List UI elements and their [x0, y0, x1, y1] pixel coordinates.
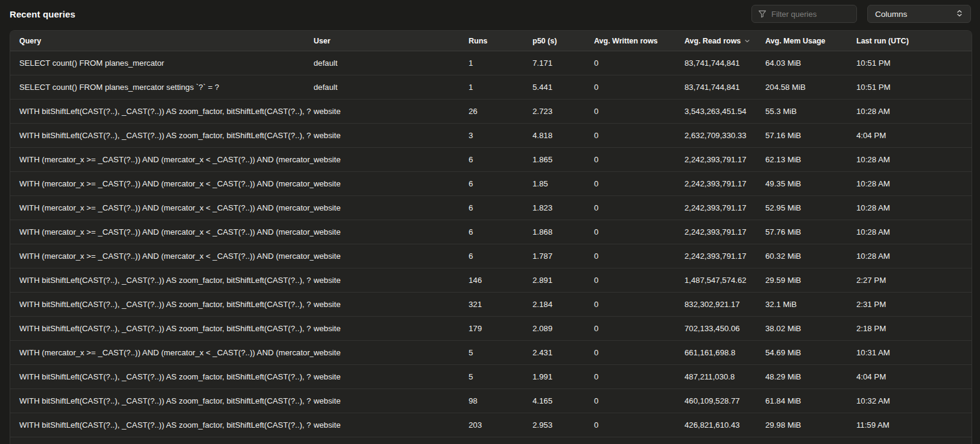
column-header-last_run[interactable]: Last run (UTC): [856, 31, 972, 51]
table-row[interactable]: WITH bitShiftLeft(CAST(?..), _CAST(?..))…: [10, 124, 972, 148]
cell-query: WITH bitShiftLeft(CAST(?..), _CAST(?..))…: [10, 268, 314, 293]
table-row[interactable]: SELECT count() FROM planes_mercator sett…: [10, 75, 972, 100]
cell-last_run: 10:31 AM: [856, 341, 972, 365]
cell-avg_read: 2,632,709,330.33: [684, 124, 765, 148]
table-row[interactable]: WITH (mercator_x >= _CAST(?..)) AND (mer…: [10, 341, 972, 365]
cell-query: WITH (mercator_x >= _CAST(?..)) AND (mer…: [10, 196, 314, 220]
column-header-user[interactable]: User: [314, 31, 469, 51]
table-row[interactable]: WITH bitShiftLeft(CAST(?..), _CAST(?..))…: [10, 100, 972, 124]
cell-avg_mem: 60.32 MiB: [765, 244, 856, 268]
table-row[interactable]: WITH (mercator_x >= _CAST(?..)) AND (mer…: [10, 172, 972, 196]
cell-avg_mem: 48.29 MiB: [765, 365, 856, 389]
cell-last_run: 2:31 PM: [856, 293, 972, 317]
cell-query: WITH bitShiftLeft(CAST(?..), _CAST(?..))…: [10, 100, 314, 124]
cell-last_run: 10:28 AM: [856, 100, 972, 124]
cell-query: WITH bitShiftLeft(CAST(?..), _CAST(?..))…: [10, 365, 314, 389]
table-row[interactable]: WITH bitShiftLeft(CAST(?..), _CAST(?..))…: [10, 293, 972, 317]
cell-avg_mem: 54.69 MiB: [765, 341, 856, 365]
cell-avg_read: 460,109,528.77: [684, 389, 765, 413]
filter-queries-box[interactable]: [751, 5, 857, 23]
cell-avg_written: 0: [594, 75, 684, 100]
cell-runs: 6: [469, 148, 533, 172]
table-row[interactable]: WITH bitShiftLeft(CAST(?..), _CAST(?..))…: [10, 413, 972, 437]
cell-avg_read: 487,211,030.8: [684, 365, 765, 389]
column-header-runs[interactable]: Runs: [469, 31, 533, 51]
cell-last_run: 10:28 AM: [856, 244, 972, 268]
table-row[interactable]: WITH bitShiftLeft(CAST(?..), _CAST(?..))…: [10, 365, 972, 389]
cell-p50: 5.441: [533, 75, 594, 100]
cell-runs: 3: [469, 124, 533, 148]
cell-avg_written: 0: [594, 172, 684, 196]
toolbar-controls: Columns: [751, 5, 971, 23]
cell-avg_mem: 29.59 MiB: [765, 268, 856, 293]
table-row[interactable]: WITH (mercator_x >= _CAST(?..)) AND (mer…: [10, 196, 972, 220]
cell-p50: 2.891: [533, 268, 594, 293]
cell-avg_written: 0: [594, 293, 684, 317]
cell-avg_mem: 49.35 MiB: [765, 172, 856, 196]
cell-query: WITH (mercator_x >= _CAST(?..)) AND (mer…: [10, 341, 314, 365]
cell-avg_written: 0: [594, 365, 684, 389]
cell-runs: 179: [469, 317, 533, 341]
table-row[interactable]: WITH (mercator_x >= _CAST(?..)) AND (mer…: [10, 244, 972, 268]
column-header-label: Avg. Mem Usage: [765, 37, 826, 45]
table-row[interactable]: WITH bitShiftLeft(CAST(?..), _CAST(?..))…: [10, 268, 972, 293]
cell-last_run: 10:28 AM: [856, 196, 972, 220]
cell-runs: 26: [469, 100, 533, 124]
cell-avg_mem: 32.1 MiB: [765, 293, 856, 317]
cell-p50: 2.953: [533, 413, 594, 437]
cell-runs: 203: [469, 413, 533, 437]
top-bar: Recent queries Columns: [0, 0, 980, 28]
cell-avg_read: 2,242,393,791.17: [684, 196, 765, 220]
column-header-p50[interactable]: p50 (s): [533, 31, 594, 51]
cell-query: WITH bitShiftLeft(CAST(?..), _CAST(?..))…: [10, 389, 314, 413]
table-row-partial[interactable]: [10, 437, 972, 444]
column-header-label: User: [314, 37, 330, 45]
cell-avg_mem: 57.16 MiB: [765, 124, 856, 148]
cell-runs: 146: [469, 268, 533, 293]
cell-p50: 1.991: [533, 365, 594, 389]
cell-avg_written: 0: [594, 317, 684, 341]
cell-avg_written: 0: [594, 196, 684, 220]
column-header-query[interactable]: Query: [10, 31, 314, 51]
cell-avg_read: 1,487,547,574.62: [684, 268, 765, 293]
cell-avg_read: 702,133,450.06: [684, 317, 765, 341]
table-row[interactable]: WITH bitShiftLeft(CAST(?..), _CAST(?..))…: [10, 317, 972, 341]
cell-query: SELECT count() FROM planes_mercator sett…: [10, 75, 314, 100]
column-header-label: Runs: [469, 37, 487, 45]
column-header-label: Avg. Read rows: [684, 37, 741, 45]
column-header-avg_mem[interactable]: Avg. Mem Usage: [765, 31, 856, 51]
sort-desc-chevron-icon: [744, 36, 750, 45]
column-header-avg_written[interactable]: Avg. Written rows: [594, 31, 684, 51]
cell-p50: 1.85: [533, 172, 594, 196]
cell-p50: 4.818: [533, 124, 594, 148]
cell-runs: 6: [469, 196, 533, 220]
cell-user: website: [314, 124, 469, 148]
column-header-avg_read[interactable]: Avg. Read rows: [684, 31, 765, 51]
table-row[interactable]: WITH (mercator_x >= _CAST(?..)) AND (mer…: [10, 148, 972, 172]
table-row[interactable]: SELECT count() FROM planes_mercatordefau…: [10, 51, 972, 75]
cell-avg_written: 0: [594, 268, 684, 293]
cell-query: SELECT count() FROM planes_mercator: [10, 51, 314, 75]
cell-avg_written: 0: [594, 51, 684, 75]
table-row[interactable]: WITH (mercator_x >= _CAST(?..)) AND (mer…: [10, 220, 972, 244]
table-row[interactable]: WITH bitShiftLeft(CAST(?..), _CAST(?..))…: [10, 389, 972, 413]
cell-avg_written: 0: [594, 220, 684, 244]
cell-last_run: 10:28 AM: [856, 220, 972, 244]
column-header-label: p50 (s): [533, 37, 557, 45]
recent-queries-table: QueryUserRunsp50 (s)Avg. Written rowsAvg…: [10, 30, 972, 444]
cell-last_run: 2:27 PM: [856, 268, 972, 293]
cell-query: WITH (mercator_x >= _CAST(?..)) AND (mer…: [10, 244, 314, 268]
cell-last_run: 10:51 PM: [856, 51, 972, 75]
cell-avg_read: 2,242,393,791.17: [684, 220, 765, 244]
cell-p50: 4.165: [533, 389, 594, 413]
cell-avg_read: 83,741,744,841: [684, 51, 765, 75]
cell-user: website: [314, 148, 469, 172]
cell-query: WITH bitShiftLeft(CAST(?..), _CAST(?..))…: [10, 124, 314, 148]
columns-dropdown[interactable]: Columns: [867, 5, 971, 23]
cell-p50: 2.089: [533, 317, 594, 341]
cell-runs: 5: [469, 341, 533, 365]
cell-avg_read: 2,242,393,791.17: [684, 244, 765, 268]
filter-queries-input[interactable]: [771, 10, 850, 19]
cell-user: default: [314, 75, 469, 100]
cell-avg_mem: 204.58 MiB: [765, 75, 856, 100]
